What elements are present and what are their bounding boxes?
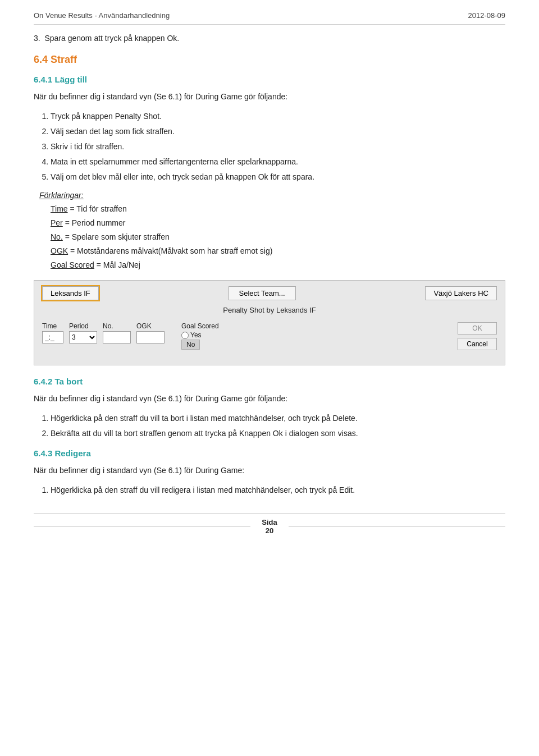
explanations-block: Förklaringar: Time = Tid för straffen Pe… (39, 191, 505, 271)
intro-step3: 3. Spara genom att tryck på knappen Ok. (34, 34, 505, 43)
footer-bar: Sida 20 (34, 513, 505, 535)
goal-scored-label: Goal Scored (181, 322, 219, 330)
cancel-button[interactable]: Cancel (458, 338, 497, 350)
sub3-steps: Högerklicka på den straff du vill redige… (51, 484, 505, 496)
yes-radio[interactable] (181, 332, 189, 339)
ok-button[interactable]: OK (458, 322, 497, 335)
goal-scored-radios: Yes No (181, 331, 202, 350)
team-center-button[interactable]: Select Team... (229, 286, 296, 300)
time-input[interactable] (42, 331, 63, 343)
list-item: Välj om det blev mål eller inte, och try… (51, 171, 505, 183)
ui-panel: Leksands IF Select Team... Växjö Lakers … (34, 280, 505, 365)
subsection-6-4-2-title: 6.4.2 Ta bort (34, 377, 505, 386)
sub2-intro: När du befinner dig i standard vyn (Se 6… (34, 393, 505, 405)
footer-page-number: 20 (266, 526, 273, 535)
ogk-label: OGK (136, 322, 152, 330)
list-item: Bekräfta att du vill ta bort straffen ge… (51, 428, 505, 439)
period-label: Period (69, 322, 89, 330)
list-item: Mata in ett spelarnummer med siffertange… (51, 156, 505, 168)
footer-line-right (289, 526, 505, 527)
explanation-ogk: OGK = Motståndarens målvakt(Målvakt som … (51, 245, 505, 257)
list-item: Skriv i tid för straffen. (51, 141, 505, 153)
list-item: Högerklicka på den straff du vill redige… (51, 484, 505, 496)
subsection-6-4-3-title: 6.4.3 Redigera (34, 448, 505, 458)
sub1-steps: Tryck på knappen Penalty Shot. Välj seda… (51, 111, 505, 183)
period-select[interactable]: 3 (69, 331, 97, 343)
explanation-time: Time = Tid för straffen (51, 203, 505, 215)
ogk-field-group: OGK (136, 322, 165, 343)
panel-subtitle: Penalty Shot by Leksands IF (42, 306, 497, 314)
section-6-4-title: 6.4 Straff (34, 54, 505, 66)
page: On Venue Results - Användarhandledning 2… (0, 0, 539, 756)
time-field-group: Time (42, 322, 63, 343)
team-left-button[interactable]: Leksands IF (42, 286, 99, 300)
footer-sida-label: Sida (262, 518, 277, 526)
no-radio-selected[interactable]: No (181, 340, 200, 350)
sub2-steps: Högerklicka på den straff du vill ta bor… (51, 413, 505, 439)
explanation-no: No. = Spelare som skjuter straffen (51, 231, 505, 243)
form-row: Time Period 3 No. OGK Goa (42, 322, 497, 350)
team-right-button[interactable]: Växjö Lakers HC (425, 286, 497, 300)
sub1-intro: När du befinner dig i standard vyn (Se 6… (34, 91, 505, 103)
list-item: Högerklicka på den straff du vill ta bor… (51, 413, 505, 424)
period-field-group: Period 3 (69, 322, 97, 343)
no-field-group: No. (103, 322, 131, 343)
subsection-6-4-1-title: 6.4.1 Lägg till (34, 75, 505, 84)
sub3-intro: När du befinner dig i standard vyn (Se 6… (34, 465, 505, 476)
list-item: Tryck på knappen Penalty Shot. (51, 111, 505, 122)
explanation-per: Per = Period nummer (51, 217, 505, 229)
list-item: Välj sedan det lag som fick straffen. (51, 126, 505, 138)
header-date: 2012-08-09 (468, 11, 506, 20)
ogk-input[interactable] (136, 331, 165, 343)
yes-radio-label[interactable]: Yes (181, 331, 202, 339)
goal-scored-group: Goal Scored Yes No (181, 322, 219, 350)
time-label: Time (42, 322, 57, 330)
header-title: On Venue Results - Användarhandledning (34, 11, 170, 20)
header-bar: On Venue Results - Användarhandledning 2… (34, 11, 505, 25)
ui-panel-top: Leksands IF Select Team... Växjö Lakers … (42, 286, 497, 300)
explanations-title: Förklaringar: (39, 191, 505, 200)
footer-line-left (34, 526, 250, 527)
explanation-goal-scored: Goal Scored = Mål Ja/Nej (51, 259, 505, 271)
footer-center: Sida 20 (262, 518, 277, 535)
ok-cancel-group: OK Cancel (458, 322, 497, 350)
no-radio-label[interactable]: No (181, 340, 202, 350)
no-input[interactable] (103, 331, 131, 343)
no-label: No. (103, 322, 113, 330)
